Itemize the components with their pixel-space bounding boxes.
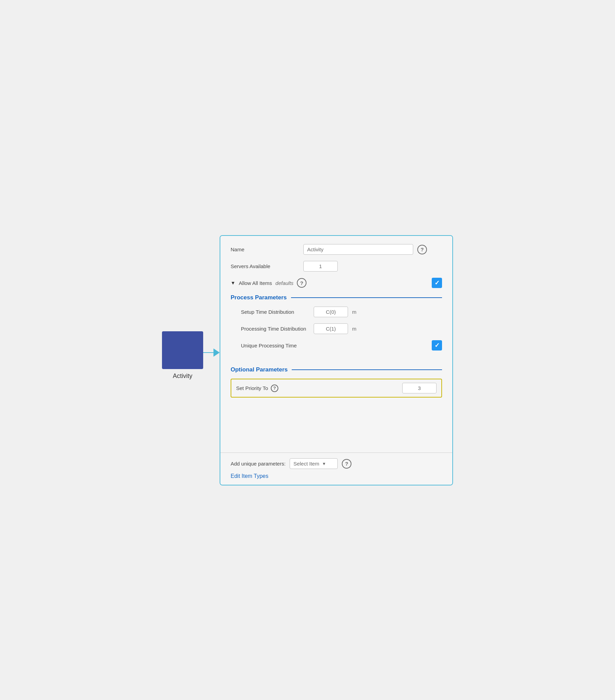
processing-time-label: Processing Time Distribution [241, 326, 310, 332]
panel-content: Name ? Servers Available ▼ Allow All Ite… [220, 236, 452, 452]
process-params-header: Process Parameters [231, 294, 442, 301]
connector-arrow [213, 348, 220, 357]
edit-item-types-link[interactable]: Edit Item Types [231, 473, 268, 479]
dropdown-arrow-icon: ▼ [322, 461, 326, 466]
process-params-line [291, 297, 442, 298]
setup-time-row: Setup Time Distribution m [231, 307, 442, 317]
setup-time-unit: m [352, 309, 357, 315]
activity-label: Activity [173, 372, 192, 380]
allow-help-icon-symbol: ? [300, 280, 303, 286]
name-label: Name [231, 246, 299, 252]
page-container: Activity Parameters Results Name ? [162, 215, 453, 485]
activity-square [162, 331, 203, 369]
select-item-dropdown[interactable]: Select Item ▼ [290, 458, 338, 469]
add-unique-row: Add unique parameters: Select Item ▼ ? [231, 458, 442, 469]
connector [203, 348, 220, 357]
optional-params-title: Optional Parameters [231, 366, 288, 373]
allow-items-label: Allow All Items [239, 280, 272, 286]
name-help-icon[interactable]: ? [417, 245, 427, 254]
allow-items-row: ▼ Allow All Items defaults ? [231, 278, 442, 288]
allow-items-arrow[interactable]: ▼ [231, 280, 235, 286]
optional-params-line [292, 369, 442, 370]
tabs-container: Parameters Results [220, 235, 332, 236]
defaults-text: defaults [276, 280, 294, 286]
main-panel: Parameters Results Name ? Servers Availa… [220, 235, 453, 485]
name-row: Name ? [231, 244, 442, 255]
priority-input[interactable] [402, 383, 437, 393]
priority-label-text: Set Priority To ? [236, 385, 278, 392]
content-spacer [231, 403, 442, 444]
activity-block: Activity [162, 331, 203, 380]
optional-params-header: Optional Parameters [231, 366, 442, 373]
priority-help-icon[interactable]: ? [271, 385, 278, 392]
priority-label-main: Set Priority To [236, 385, 268, 391]
priority-help-symbol: ? [273, 386, 276, 391]
bottom-section: Add unique parameters: Select Item ▼ ? E… [220, 452, 452, 485]
tab-parameters[interactable]: Parameters [220, 235, 280, 236]
select-item-label: Select Item [293, 461, 319, 467]
setup-time-input[interactable] [314, 307, 348, 317]
priority-highlight-box: Set Priority To ? [231, 379, 442, 398]
allow-items-checkbox[interactable] [432, 278, 442, 288]
unique-processing-checkbox[interactable] [432, 340, 442, 351]
processing-time-unit: m [352, 326, 357, 332]
help-icon-symbol: ? [420, 246, 423, 252]
servers-row: Servers Available [231, 261, 442, 272]
select-item-help-icon[interactable]: ? [342, 459, 351, 469]
add-unique-label: Add unique parameters: [231, 461, 286, 467]
process-params-title: Process Parameters [231, 294, 287, 301]
tab-results[interactable]: Results [282, 235, 332, 236]
processing-time-row: Processing Time Distribution m [231, 323, 442, 334]
name-input[interactable] [303, 244, 413, 255]
allow-items-help-icon[interactable]: ? [297, 278, 306, 288]
servers-label: Servers Available [231, 263, 299, 269]
setup-time-label: Setup Time Distribution [241, 309, 310, 315]
servers-input[interactable] [303, 261, 338, 272]
connector-line [203, 352, 213, 353]
processing-time-input[interactable] [314, 323, 348, 334]
unique-processing-label: Unique Processing Time [241, 343, 310, 348]
unique-processing-row: Unique Processing Time [231, 340, 442, 351]
select-help-symbol: ? [345, 461, 348, 467]
